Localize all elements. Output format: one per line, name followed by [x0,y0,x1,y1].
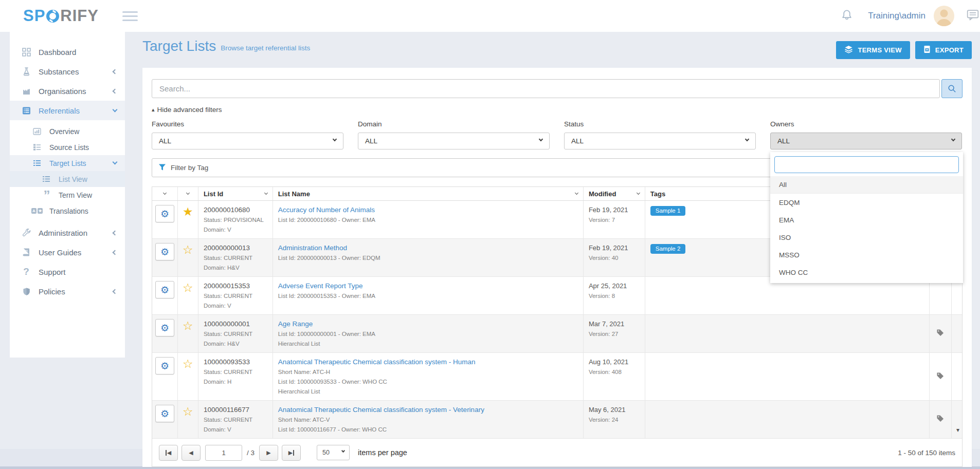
column-header-list-name[interactable]: List Name [273,187,584,200]
list-short-name: Short Name: ATC-V [278,416,578,424]
column-header-list-id[interactable]: List Id [198,187,273,200]
bar-chart-icon [31,128,43,135]
sidebar-item-source-lists[interactable]: Source Lists [10,139,125,155]
list-name-link[interactable]: Accuracy of Number of Animals [278,205,375,215]
list-name-link[interactable]: Administration Method [278,243,347,253]
favourites-select[interactable]: ALL [152,133,343,149]
row-actions-button[interactable]: ⚙ [155,405,174,422]
favourite-star-outline-icon[interactable]: ☆ [183,281,193,310]
sidebar-item-organisations[interactable]: Organisations [10,81,125,101]
status-select[interactable]: ALL [564,133,756,149]
sidebar-item-list-view[interactable]: List View [10,171,125,187]
chevron-left-icon [113,250,118,255]
row-actions-button[interactable]: ⚙ [155,205,174,222]
logo-sync-icon [46,10,59,23]
tag-icon [936,329,944,339]
list-id: 100000116677 [204,405,267,415]
user-avatar[interactable] [934,6,954,26]
terms-view-button[interactable]: TERMS VIEW [836,41,910,59]
sidebar-item-support[interactable]: ? Support [10,262,125,282]
list-status: Status: CURRENT [204,330,267,339]
owners-option-edqm[interactable]: EDQM [774,194,959,211]
list-name-link[interactable]: Age Range [278,319,313,329]
column-menu-actions[interactable] [152,187,178,200]
previous-page-button[interactable]: ◀ [182,445,201,461]
owners-option-ema[interactable]: EMA [774,211,959,229]
factory-icon [21,87,32,95]
chevron-left-icon [113,69,118,74]
search-button[interactable] [941,79,963,98]
chevron-down-icon [113,160,118,165]
list-name-link[interactable]: Adverse Event Report Type [278,281,363,291]
column-menu-favourites[interactable] [178,187,198,200]
list-details: List Id: 200000010680 - Owner: EMA [278,216,578,224]
sidebar-item-overview[interactable]: Overview [10,123,125,139]
column-header-modified[interactable]: Modified [584,187,645,200]
tag-badge: Sample 1 [650,206,686,216]
tag-icon [936,415,944,424]
list-type: Hierarchical List [278,387,578,396]
page-size-select[interactable]: 50 [317,445,350,460]
user-menu[interactable]: Training\admin [868,11,925,21]
page-number-input[interactable] [205,445,242,461]
target-lists-icon [31,160,43,166]
owners-select[interactable]: ALL [770,133,962,149]
list-status: Status: CURRENT [204,368,267,377]
sporify-logo[interactable]: SPRIFY [23,7,99,25]
sidebar-item-administration[interactable]: Administration [10,223,125,242]
feedback-chat-icon[interactable] [967,9,979,23]
chevron-down-icon [113,107,118,112]
list-status: Status: PROVISIONAL [204,216,267,224]
search-input[interactable] [152,79,940,98]
modified-date: May 6, 2021 [589,405,640,415]
owners-option-iso[interactable]: ISO [774,229,959,246]
sidebar-item-referentials[interactable]: Referentials [10,101,125,120]
gear-icon: ⚙ [160,361,169,371]
logo-text-sp: SP [23,7,45,25]
sidebar-item-term-view[interactable]: ” Term View [10,187,125,203]
version: Version: 7 [589,216,640,224]
gear-icon: ⚙ [160,209,169,219]
favourite-star-outline-icon[interactable]: ☆ [183,357,193,396]
row-actions-button[interactable]: ⚙ [155,319,174,336]
owners-option-msso[interactable]: MSSO [774,246,959,264]
row-actions-button[interactable]: ⚙ [155,281,174,298]
owners-option-all[interactable]: All [770,176,963,194]
sidebar-item-user-guides[interactable]: User Guides [10,242,125,262]
menu-toggle-icon[interactable] [122,11,138,21]
owners-filter-input[interactable] [774,156,959,173]
list-short-name: Short Name: ATC-H [278,368,578,377]
favourite-star-filled-icon[interactable]: ★ [183,205,193,234]
flask-icon [21,67,32,76]
row-actions-button[interactable]: ⚙ [155,357,174,374]
domain-select[interactable]: ALL [358,133,550,149]
next-page-button[interactable]: ▶ [259,445,278,461]
sidebar-item-substances[interactable]: Substances [10,62,125,81]
row-actions-button[interactable]: ⚙ [155,243,174,260]
top-bar: SPRIFY Training\admin [0,0,980,32]
version: Version: 408 [589,368,640,377]
excel-file-icon [923,45,931,55]
list-name-link[interactable]: Anatomical Therapeutic Chemical classifi… [278,405,484,415]
list-view-icon [41,176,52,182]
notifications-bell-icon[interactable] [841,9,852,23]
chevron-down-icon [341,449,345,453]
list-name-link[interactable]: Anatomical Therapeutic Chemical classifi… [278,357,476,367]
sidebar-item-dashboard[interactable]: Dashboard [10,42,125,62]
hide-advanced-filters-toggle[interactable]: ▴ Hide advanced filters [152,106,222,114]
favourite-star-outline-icon[interactable]: ☆ [183,319,193,348]
last-page-button[interactable]: ▶ [282,445,301,461]
sidebar-item-target-lists[interactable]: Target Lists [10,155,125,171]
first-page-button[interactable]: ◀ [159,445,178,461]
funnel-icon [158,163,166,173]
sidebar-item-translations[interactable]: A★ Translations [10,203,125,219]
favourites-label: Favourites [152,120,343,128]
list-domain: Domain: H&V [204,264,267,272]
table-scrollbar-down-arrow[interactable]: ▾ [956,426,959,434]
export-button[interactable]: EXPORT [915,41,972,59]
owners-option-who-cc[interactable]: WHO CC [774,264,959,281]
favourite-star-outline-icon[interactable]: ☆ [183,243,193,272]
list-details: List Id: 100000000001 - Owner: EMA [278,330,578,339]
favourite-star-outline-icon[interactable]: ☆ [183,405,193,434]
sidebar-item-policies[interactable]: Policies [10,282,125,301]
